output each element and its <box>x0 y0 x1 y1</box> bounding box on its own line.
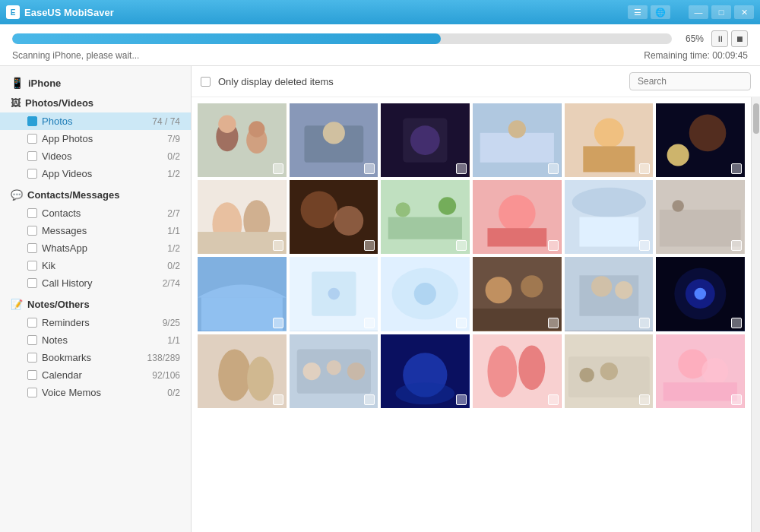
app-photos-checkbox[interactable] <box>27 134 37 144</box>
photo-cell-14[interactable] <box>290 257 378 331</box>
svg-point-80 <box>702 358 729 385</box>
photo-checkbox-12[interactable] <box>731 240 742 251</box>
photo-checkbox-21[interactable] <box>456 394 467 405</box>
photo-checkbox-6[interactable] <box>731 163 742 174</box>
photo-checkbox-24[interactable] <box>731 394 742 405</box>
section-header-contacts-messages: 💬 Contacts/Messages <box>0 185 191 204</box>
photo-cell-4[interactable] <box>473 103 562 177</box>
contacts-checkbox[interactable] <box>27 208 37 218</box>
photo-checkbox-2[interactable] <box>364 163 375 174</box>
photo-cell-9[interactable] <box>381 180 470 254</box>
sidebar-item-calendar[interactable]: Calendar 92/106 <box>0 366 191 384</box>
sidebar-item-bookmarks[interactable]: Bookmarks 138/289 <box>0 349 191 366</box>
remaining-time: Remaining time: 00:09:45 <box>644 50 748 61</box>
photo-cell-23[interactable] <box>565 334 654 408</box>
photo-checkbox-3[interactable] <box>456 163 467 174</box>
photo-cell-21[interactable] <box>381 334 470 408</box>
stop-button[interactable]: ⏹ <box>731 30 748 47</box>
globe-button[interactable]: 🌐 <box>651 5 670 19</box>
photo-checkbox-17[interactable] <box>639 318 650 328</box>
search-input[interactable] <box>629 72 751 90</box>
bookmarks-checkbox[interactable] <box>27 353 37 363</box>
photo-checkbox-15[interactable] <box>456 318 467 328</box>
svg-rect-41 <box>201 298 283 331</box>
sidebar-item-notes[interactable]: Notes 1/1 <box>0 331 191 349</box>
app-videos-checkbox[interactable] <box>27 169 37 179</box>
photo-checkbox-20[interactable] <box>364 394 375 405</box>
photo-checkbox-13[interactable] <box>273 318 283 328</box>
minimize-button[interactable]: — <box>689 5 708 19</box>
photo-cell-24[interactable] <box>656 334 745 408</box>
svg-point-50 <box>521 276 543 298</box>
photo-cell-10[interactable] <box>473 180 562 254</box>
messages-checkbox[interactable] <box>27 226 37 236</box>
reminders-checkbox[interactable] <box>27 318 37 328</box>
photo-cell-3[interactable] <box>381 103 470 177</box>
photo-checkbox-11[interactable] <box>639 240 650 251</box>
videos-checkbox[interactable] <box>27 151 37 161</box>
photo-cell-15[interactable] <box>381 257 470 331</box>
sidebar-item-contacts[interactable]: Contacts 2/7 <box>0 204 191 222</box>
photo-checkbox-14[interactable] <box>364 318 375 328</box>
calendar-checkbox[interactable] <box>27 370 37 380</box>
progress-percent: 65% <box>679 33 704 44</box>
photo-checkbox-23[interactable] <box>639 394 650 405</box>
sidebar-item-messages[interactable]: Messages 1/1 <box>0 222 191 239</box>
photo-cell-17[interactable] <box>565 257 654 331</box>
svg-point-67 <box>347 363 364 380</box>
sidebar-item-reminders[interactable]: Reminders 9/25 <box>0 314 191 331</box>
photo-checkbox-1[interactable] <box>273 163 283 174</box>
photo-cell-12[interactable] <box>656 180 745 254</box>
sidebar-item-voice-memos[interactable]: Voice Memos 0/2 <box>0 384 191 401</box>
photo-cell-20[interactable] <box>290 334 378 408</box>
svg-point-13 <box>508 120 526 138</box>
photo-cell-16[interactable] <box>473 257 562 331</box>
photo-cell-11[interactable] <box>565 180 654 254</box>
photo-cell-5[interactable] <box>565 103 654 177</box>
photo-checkbox-5[interactable] <box>639 163 650 174</box>
photo-checkbox-8[interactable] <box>364 240 375 251</box>
sidebar-item-call-history[interactable]: Call History 2/74 <box>0 274 191 292</box>
photo-checkbox-7[interactable] <box>273 240 283 251</box>
sidebar-item-app-photos[interactable]: App Photos 7/9 <box>0 130 191 147</box>
sidebar-item-kik[interactable]: Kik 0/2 <box>0 257 191 274</box>
scrollbar-thumb[interactable] <box>753 103 759 134</box>
photo-cell-1[interactable] <box>198 103 287 177</box>
maximize-button[interactable]: □ <box>711 5 731 19</box>
voice-memos-checkbox[interactable] <box>27 388 37 397</box>
photos-checkbox[interactable] <box>27 116 37 126</box>
call-history-checkbox[interactable] <box>27 278 37 288</box>
svg-rect-33 <box>487 228 546 246</box>
sidebar-item-whatsapp[interactable]: WhatsApp 1/2 <box>0 239 191 257</box>
photo-checkbox-10[interactable] <box>548 240 559 251</box>
close-button[interactable]: ✕ <box>734 5 754 19</box>
photo-cell-13[interactable] <box>198 257 287 331</box>
photo-checkbox-18[interactable] <box>731 318 742 328</box>
photo-cell-19[interactable] <box>198 334 287 408</box>
kik-checkbox[interactable] <box>27 261 37 271</box>
menu-button[interactable]: ☰ <box>628 5 648 19</box>
titlebar: E EaseUS MobiSaver ☰ 🌐 — □ ✕ <box>0 0 760 24</box>
photo-cell-8[interactable] <box>290 180 378 254</box>
scrollbar-track[interactable] <box>751 97 760 532</box>
sidebar-item-app-videos[interactable]: App Videos 1/2 <box>0 165 191 182</box>
svg-point-70 <box>396 382 455 404</box>
photo-checkbox-9[interactable] <box>456 240 467 251</box>
only-deleted-checkbox[interactable] <box>201 77 211 87</box>
photo-cell-2[interactable] <box>290 103 378 177</box>
photo-cell-18[interactable] <box>656 257 745 331</box>
photo-cell-22[interactable] <box>473 334 562 408</box>
photo-cell-7[interactable] <box>198 180 287 254</box>
photo-checkbox-19[interactable] <box>273 394 283 405</box>
whatsapp-checkbox[interactable] <box>27 243 37 253</box>
photo-checkbox-22[interactable] <box>548 394 559 405</box>
svg-point-19 <box>689 115 727 152</box>
photo-cell-6[interactable] <box>656 103 745 177</box>
sidebar-item-videos[interactable]: Videos 0/2 <box>0 147 191 165</box>
sidebar-item-photos[interactable]: Photos 74 / 74 <box>0 112 191 130</box>
photo-checkbox-4[interactable] <box>548 163 559 174</box>
notes-checkbox[interactable] <box>27 335 37 345</box>
photo-checkbox-16[interactable] <box>548 318 559 328</box>
svg-point-3 <box>218 116 236 133</box>
pause-button[interactable]: ⏸ <box>711 30 728 47</box>
